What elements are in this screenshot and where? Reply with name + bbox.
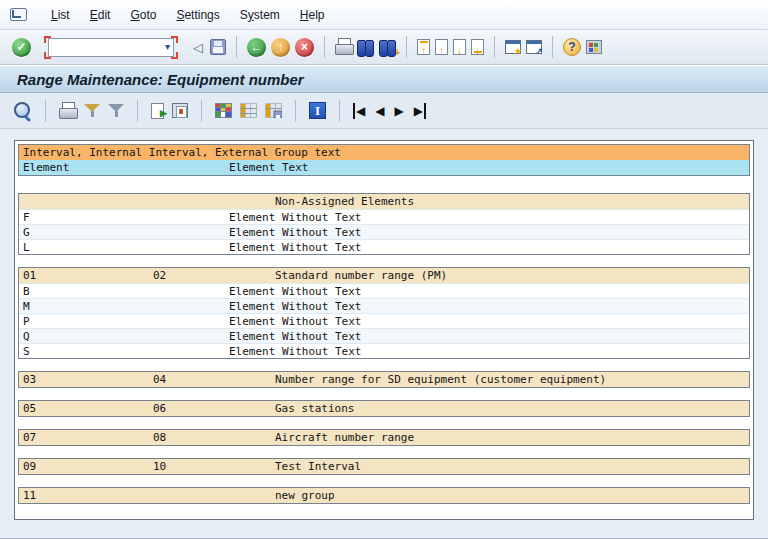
print-button[interactable]: [335, 41, 352, 55]
interval-to: 06: [153, 401, 166, 416]
element-id: M: [23, 299, 30, 314]
page-title: Range Maintenance: Equipment number: [17, 71, 304, 88]
group-header-row[interactable]: 11new group: [19, 488, 749, 503]
range-list-container: Interval, Internal Interval, External Gr…: [14, 140, 754, 520]
toolbar-separator: [494, 36, 495, 58]
list-header-block: Interval, Internal Interval, External Gr…: [18, 144, 750, 176]
previous-page-nav-button[interactable]: ◀: [374, 103, 385, 119]
fix-column-button[interactable]: [240, 103, 257, 118]
help-button[interactable]: ?: [563, 38, 581, 56]
element-row[interactable]: QElement Without Text: [19, 328, 749, 343]
element-text: Element Without Text: [229, 329, 361, 344]
find-icon[interactable]: [357, 40, 374, 55]
print-list-button[interactable]: [59, 105, 76, 119]
element-row[interactable]: PElement Without Text: [19, 313, 749, 328]
menu-label-accel: H: [300, 8, 309, 22]
list-groups: Non-Assigned ElementsFElement Without Te…: [18, 193, 750, 504]
save-layout-button[interactable]: [265, 103, 282, 118]
group-header-row[interactable]: 0506Gas stations: [19, 401, 749, 416]
element-row[interactable]: BElement Without Text: [19, 283, 749, 298]
interval-to: 10: [153, 459, 166, 474]
window-menu-icon[interactable]: [10, 8, 27, 21]
menu-item-goto[interactable]: Goto: [120, 5, 166, 25]
back-button[interactable]: ←: [247, 38, 266, 57]
export-button[interactable]: ▶: [151, 103, 164, 119]
menu-label-accel: E: [90, 8, 98, 22]
element-column-header: Element: [23, 160, 69, 175]
toolbar-separator: [201, 100, 202, 122]
page-down-button[interactable]: ↓: [453, 39, 466, 55]
alv-grid-button[interactable]: [215, 103, 232, 118]
spool-button[interactable]: [172, 103, 188, 118]
choose-detail-button[interactable]: [14, 102, 32, 120]
menu-label-post: stem: [254, 8, 280, 22]
element-text: Element Without Text: [229, 284, 361, 299]
element-text: Element Without Text: [229, 225, 361, 240]
menu-label-pre: S: [240, 8, 248, 22]
sap-window: ListEditGotoSettingsSystemHelp ✓ ▾ ◁ ← ↑…: [0, 0, 768, 539]
application-toolbar: ▶ I ◀ ◀ ▶ ▶: [0, 93, 768, 129]
group-header-row[interactable]: 0708Aircraft number range: [19, 430, 749, 445]
element-id: L: [23, 240, 30, 255]
interval-from: 03: [23, 372, 36, 387]
group-header-row[interactable]: 0910Test Interval: [19, 459, 749, 474]
collapse-toolbar-icon[interactable]: ◁: [191, 40, 205, 55]
menu-item-system[interactable]: System: [230, 5, 290, 25]
first-page-nav-button[interactable]: ◀: [353, 103, 366, 119]
group-text: Aircraft number range: [275, 430, 414, 445]
enter-button[interactable]: ✓: [12, 38, 31, 57]
range-group-block: 0304Number range for SD equipment (custo…: [18, 371, 750, 388]
command-field-input[interactable]: [48, 38, 174, 57]
filter-button[interactable]: [108, 103, 124, 118]
exit-button[interactable]: ↑: [271, 38, 290, 57]
sort-button[interactable]: [84, 103, 100, 118]
group-header-row[interactable]: 0102Standard number range (PM): [19, 268, 749, 283]
menu-item-help[interactable]: Help: [290, 5, 335, 25]
arrow-down-icon: ↓: [475, 45, 480, 56]
element-id: S: [23, 344, 30, 359]
save-button[interactable]: [210, 39, 226, 55]
range-group-block: Non-Assigned ElementsFElement Without Te…: [18, 193, 750, 255]
last-page-nav-button[interactable]: ▶: [413, 103, 426, 119]
group-text: new group: [275, 488, 335, 503]
interval-from: 01: [23, 268, 36, 283]
element-row[interactable]: SElement Without Text: [19, 343, 749, 358]
toolbar-separator: [295, 100, 296, 122]
menu-item-list[interactable]: List: [41, 5, 80, 25]
group-header-row[interactable]: Non-Assigned Elements: [19, 194, 749, 209]
range-group-block: 0910Test Interval: [18, 458, 750, 475]
element-row[interactable]: GElement Without Text: [19, 224, 749, 239]
title-bar: Range Maintenance: Equipment number: [0, 65, 768, 93]
find-next-icon[interactable]: +: [379, 40, 396, 55]
menu-items: ListEditGotoSettingsSystemHelp: [41, 5, 335, 25]
first-page-button[interactable]: ↑: [417, 39, 430, 55]
star-icon: ★: [514, 47, 522, 56]
interval-to: 08: [153, 430, 166, 445]
element-row[interactable]: LElement Without Text: [19, 239, 749, 254]
arrow-down-icon: ↓: [457, 45, 462, 56]
create-shortcut-button[interactable]: ↗: [526, 40, 542, 54]
group-header-row[interactable]: 0304Number range for SD equipment (custo…: [19, 372, 749, 387]
toolbar-separator: [45, 100, 46, 122]
new-session-button[interactable]: ★: [505, 40, 521, 54]
toolbar-separator: [552, 36, 553, 58]
menu-item-settings[interactable]: Settings: [166, 5, 229, 25]
range-group-block: 0102Standard number range (PM)BElement W…: [18, 267, 750, 359]
cancel-button[interactable]: ×: [295, 38, 314, 57]
last-page-button[interactable]: ↓: [471, 39, 484, 55]
arrow-up-icon: ↑: [421, 45, 426, 56]
element-row[interactable]: MElement Without Text: [19, 298, 749, 313]
customize-layout-button[interactable]: [586, 40, 602, 54]
range-group-block: 0708Aircraft number range: [18, 429, 750, 446]
legend-button[interactable]: I: [309, 102, 326, 119]
group-text: Non-Assigned Elements: [275, 194, 414, 209]
page-up-button[interactable]: ↑: [435, 39, 448, 55]
toolbar-separator: [324, 36, 325, 58]
element-row[interactable]: FElement Without Text: [19, 209, 749, 224]
range-group-block: 0506Gas stations: [18, 400, 750, 417]
next-page-nav-button[interactable]: ▶: [393, 103, 404, 119]
list-header-group-row: Interval, Internal Interval, External Gr…: [19, 145, 749, 160]
menu-item-edit[interactable]: Edit: [80, 5, 121, 25]
element-text: Element Without Text: [229, 314, 361, 329]
menu-label-post: ettings: [184, 8, 219, 22]
